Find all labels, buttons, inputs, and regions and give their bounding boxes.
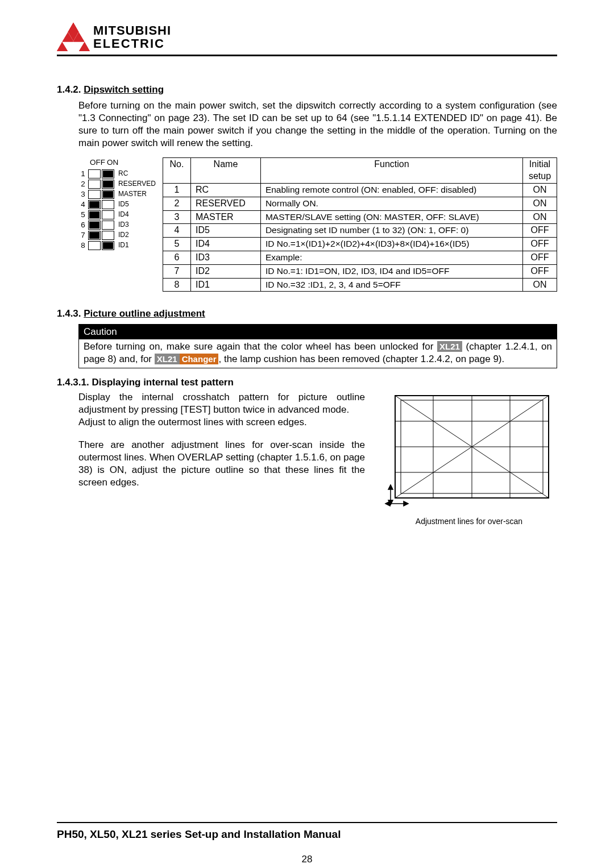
cell-no: 5: [163, 238, 190, 251]
brand-line1: MITSUBISHI: [93, 24, 171, 37]
dip-row-label: RESERVED: [115, 180, 156, 189]
table-row: 5ID4ID No.=1×(ID1)+2×(ID2)+4×(ID3)+8×(ID…: [163, 238, 557, 251]
cell-name: ID3: [190, 251, 260, 265]
section-143-title: Picture outline adjustment: [84, 308, 205, 319]
dip-on-cell: [102, 200, 114, 209]
cell-initial: OFF: [523, 264, 557, 278]
section-1431-title: Displaying internal test pattern: [92, 377, 233, 388]
dip-num: 6: [78, 220, 88, 230]
dip-row: 8ID1: [78, 240, 156, 251]
dip-row-label: ID2: [115, 231, 129, 240]
mitsubishi-logo: MITSUBISHI ELECTRIC: [57, 23, 171, 51]
cell-initial: ON: [523, 184, 557, 197]
svg-marker-38: [404, 501, 408, 506]
dip-num: 7: [78, 230, 88, 240]
caution-title: Caution: [79, 325, 122, 339]
table-row: 4ID5Designating set ID number (1 to 32) …: [163, 224, 557, 238]
dip-on-cell: [102, 180, 114, 189]
brand-line2: ELECTRIC: [93, 37, 171, 50]
footer-title: PH50, XL50, XL21 series Set-up and Insta…: [57, 828, 557, 842]
dip-row-label: RC: [115, 169, 128, 178]
dip-on-cell: [102, 231, 114, 240]
cell-function: Normally ON.: [260, 197, 522, 210]
table-row: 8ID1 ID No.=32 :ID1, 2, 3, 4 and 5=OFFON: [163, 278, 557, 292]
dip-on-cell: [102, 210, 114, 219]
caution-text1: Before turning on, make sure again that …: [84, 341, 437, 352]
caution-body: Before turning on, make sure again that …: [79, 339, 557, 368]
dip-off-cell: [88, 200, 101, 209]
dip-row: 1RC: [78, 169, 156, 179]
cell-function: ID No.=1×(ID1)+2×(ID2)+4×(ID3)+8×(ID4)+1…: [260, 238, 522, 251]
dip-num: 8: [78, 240, 88, 251]
dip-row: 5ID4: [78, 210, 156, 220]
cell-name: ID5: [190, 224, 260, 238]
dip-num: 1: [78, 169, 88, 179]
page-footer: PH50, XL50, XL21 series Set-up and Insta…: [57, 822, 557, 866]
p1: Display the internal crosshatch pattern …: [78, 391, 365, 416]
section-143-heading: 1.4.3. Picture outline adjustment: [57, 308, 557, 320]
cell-no: 8: [163, 278, 190, 292]
cell-initial: OFF: [523, 224, 557, 238]
dip-row-label: MASTER: [115, 190, 147, 199]
table-row: 2RESERVEDNormally ON.ON: [163, 197, 557, 210]
cell-name: ID2: [190, 264, 260, 278]
section-142-paragraph: Before turning on the main power switch,…: [78, 99, 557, 149]
cell-no: 3: [163, 210, 190, 224]
cell-function: Enabling remote control (ON: enabled, OF…: [260, 184, 522, 197]
dipswitch-table: No. Name Function Initial setup 1RCEnabl…: [163, 157, 557, 292]
cell-no: 4: [163, 224, 190, 238]
dipswitch-diagram: OFF ON 1RC2RESERVED3MASTER4ID55ID46ID37I…: [78, 157, 156, 251]
dip-on-cell: [102, 190, 114, 199]
section-142-title: Dipswitch setting: [84, 84, 164, 95]
cell-initial: ON: [523, 278, 557, 292]
cell-function: ID No.=1: ID1=ON, ID2, ID3, ID4 and ID5=…: [260, 264, 522, 278]
dip-off-cell: [88, 210, 101, 219]
dip-off-cell: [88, 169, 101, 178]
dip-off-label: OFF: [90, 157, 103, 168]
cell-initial: OFF: [523, 251, 557, 265]
dip-off-cell: [88, 180, 101, 189]
badge-xl21b: XL21: [155, 354, 180, 365]
dip-on-cell: [102, 169, 114, 178]
table-row: 7ID2 ID No.=1: ID1=ON, ID2, ID3, ID4 and…: [163, 264, 557, 278]
cell-name: MASTER: [190, 210, 260, 224]
badge-changer: Changer: [180, 354, 219, 365]
p3: There are another adjustment lines for o…: [78, 439, 365, 489]
dip-num: 2: [78, 179, 88, 189]
dip-on-cell: [102, 241, 114, 250]
dip-off-cell: [88, 190, 101, 199]
dip-num: 4: [78, 200, 88, 210]
cell-no: 1: [163, 184, 190, 197]
crosshatch-figure: Adjustment lines for over-scan: [381, 391, 557, 526]
cell-function: Example:: [260, 251, 522, 265]
p2: Adjust to align the outermost lines with…: [78, 416, 365, 429]
cell-initial: ON: [523, 197, 557, 210]
svg-marker-37: [385, 501, 390, 506]
th-function: Function: [260, 158, 522, 184]
dip-num: 3: [78, 189, 88, 200]
dip-on-label: ON: [106, 157, 119, 168]
cell-initial: ON: [523, 210, 557, 224]
svg-marker-34: [388, 485, 393, 489]
dip-row: 3MASTER: [78, 189, 156, 200]
dip-row: 4ID5: [78, 200, 156, 210]
dip-num: 5: [78, 210, 88, 220]
cell-no: 7: [163, 264, 190, 278]
page-number: 28: [57, 853, 557, 866]
cell-name: RESERVED: [190, 197, 260, 210]
table-row: 3MASTERMASTER/SLAVE setting (ON: MASTER,…: [163, 210, 557, 224]
section-1431-heading: 1.4.3.1. Displaying internal test patter…: [57, 376, 557, 389]
dip-off-cell: [88, 221, 101, 230]
crosshatch-icon: [384, 391, 554, 510]
dip-row: 2RESERVED: [78, 179, 156, 189]
cell-function: MASTER/SLAVE setting (ON: MASTER, OFF: S…: [260, 210, 522, 224]
section-1431-body: Display the internal crosshatch pattern …: [78, 391, 365, 489]
table-row: 6ID3Example:OFF: [163, 251, 557, 265]
cell-function: Designating set ID number (1 to 32) (ON:…: [260, 224, 522, 238]
dip-row: 6ID3: [78, 220, 156, 230]
cell-initial: OFF: [523, 238, 557, 251]
table-row: 1RCEnabling remote control (ON: enabled,…: [163, 184, 557, 197]
dip-row-label: ID3: [115, 221, 129, 230]
section-142-heading: 1.4.2. Dipswitch setting: [57, 84, 557, 96]
dip-off-cell: [88, 241, 101, 250]
